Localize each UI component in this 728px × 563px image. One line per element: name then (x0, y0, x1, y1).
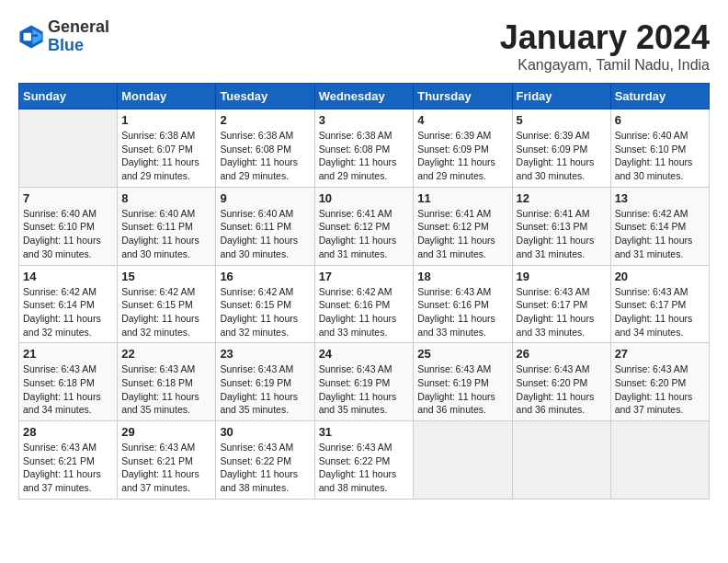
day-number: 4 (417, 113, 507, 127)
day-number: 13 (615, 191, 705, 205)
logo-line1: General (48, 17, 109, 36)
day-number: 8 (121, 191, 211, 205)
cell-content: Sunrise: 6:39 AM Sunset: 6:09 PM Dayligh… (417, 129, 507, 183)
cell-content: Sunrise: 6:43 AM Sunset: 6:20 PM Dayligh… (517, 362, 607, 417)
calendar-cell: 9Sunrise: 6:40 AM Sunset: 6:11 PM Daylig… (216, 187, 314, 265)
day-number: 23 (220, 347, 310, 361)
cell-content: Sunrise: 6:40 AM Sunset: 6:10 PM Dayligh… (615, 129, 705, 183)
calendar-cell: 6Sunrise: 6:40 AM Sunset: 6:10 PM Daylig… (610, 109, 709, 188)
cell-content: Sunrise: 6:43 AM Sunset: 6:16 PM Dayligh… (417, 285, 507, 339)
calendar-cell: 15Sunrise: 6:42 AM Sunset: 6:15 PM Dayli… (118, 265, 216, 343)
calendar-cell: 21Sunrise: 6:43 AM Sunset: 6:18 PM Dayli… (19, 343, 118, 421)
calendar-cell: 10Sunrise: 6:41 AM Sunset: 6:12 PM Dayli… (314, 187, 414, 265)
day-number: 1 (121, 113, 211, 127)
logo-text: General Blue (48, 18, 109, 55)
subtitle: Kangayam, Tamil Nadu, India (500, 57, 710, 74)
day-number: 11 (417, 191, 507, 205)
cell-content: Sunrise: 6:43 AM Sunset: 6:17 PM Dayligh… (615, 285, 705, 339)
calendar-cell: 11Sunrise: 6:41 AM Sunset: 6:12 PM Dayli… (414, 187, 512, 265)
calendar-cell: 30Sunrise: 6:43 AM Sunset: 6:22 PM Dayli… (216, 421, 314, 500)
calendar-table: SundayMondayTuesdayWednesdayThursdayFrid… (18, 83, 710, 500)
calendar-cell (512, 421, 610, 500)
cell-content: Sunrise: 6:40 AM Sunset: 6:11 PM Dayligh… (121, 207, 211, 261)
cell-content: Sunrise: 6:43 AM Sunset: 6:20 PM Dayligh… (615, 362, 705, 417)
header-day: Tuesday (216, 84, 314, 109)
day-number: 22 (121, 347, 211, 361)
header-day: Friday (512, 84, 610, 109)
calendar-cell: 16Sunrise: 6:42 AM Sunset: 6:15 PM Dayli… (216, 265, 314, 343)
cell-content: Sunrise: 6:43 AM Sunset: 6:22 PM Dayligh… (319, 441, 410, 495)
header: General Blue January 2024 Kangayam, Tami… (18, 18, 710, 74)
day-number: 18 (417, 270, 507, 283)
cell-content: Sunrise: 6:40 AM Sunset: 6:11 PM Dayligh… (220, 207, 310, 261)
calendar-cell (610, 421, 709, 500)
calendar-cell (19, 109, 118, 188)
cell-content: Sunrise: 6:43 AM Sunset: 6:22 PM Dayligh… (220, 441, 310, 495)
calendar-cell: 19Sunrise: 6:43 AM Sunset: 6:17 PM Dayli… (512, 265, 610, 343)
day-number: 20 (615, 270, 705, 283)
calendar-cell: 24Sunrise: 6:43 AM Sunset: 6:19 PM Dayli… (314, 343, 414, 421)
cell-content: Sunrise: 6:38 AM Sunset: 6:08 PM Dayligh… (319, 129, 410, 183)
calendar-cell: 22Sunrise: 6:43 AM Sunset: 6:18 PM Dayli… (118, 343, 216, 421)
calendar-cell: 14Sunrise: 6:42 AM Sunset: 6:14 PM Dayli… (19, 265, 118, 343)
calendar-cell: 25Sunrise: 6:43 AM Sunset: 6:19 PM Dayli… (414, 343, 512, 421)
header-day: Monday (118, 84, 216, 109)
calendar-cell: 4Sunrise: 6:39 AM Sunset: 6:09 PM Daylig… (414, 109, 512, 188)
calendar-cell: 23Sunrise: 6:43 AM Sunset: 6:19 PM Dayli… (216, 343, 314, 421)
calendar-cell: 26Sunrise: 6:43 AM Sunset: 6:20 PM Dayli… (512, 343, 610, 421)
day-number: 3 (319, 113, 410, 127)
day-number: 25 (417, 347, 507, 361)
header-day: Saturday (610, 84, 709, 109)
cell-content: Sunrise: 6:41 AM Sunset: 6:13 PM Dayligh… (517, 207, 607, 261)
day-number: 28 (23, 425, 113, 439)
day-number: 7 (23, 191, 113, 205)
day-number: 14 (23, 270, 113, 283)
svg-rect-2 (24, 33, 31, 40)
cell-content: Sunrise: 6:42 AM Sunset: 6:15 PM Dayligh… (220, 285, 310, 339)
calendar-week-row: 21Sunrise: 6:43 AM Sunset: 6:18 PM Dayli… (19, 343, 710, 421)
day-number: 29 (121, 425, 211, 439)
calendar-week-row: 14Sunrise: 6:42 AM Sunset: 6:14 PM Dayli… (19, 265, 710, 343)
calendar-cell: 3Sunrise: 6:38 AM Sunset: 6:08 PM Daylig… (314, 109, 414, 188)
day-number: 27 (615, 347, 705, 361)
cell-content: Sunrise: 6:42 AM Sunset: 6:14 PM Dayligh… (615, 207, 705, 261)
calendar-week-row: 1Sunrise: 6:38 AM Sunset: 6:07 PM Daylig… (19, 109, 710, 188)
day-number: 5 (517, 113, 607, 127)
day-number: 12 (517, 191, 607, 205)
cell-content: Sunrise: 6:41 AM Sunset: 6:12 PM Dayligh… (417, 207, 507, 261)
cell-content: Sunrise: 6:43 AM Sunset: 6:17 PM Dayligh… (517, 285, 607, 339)
cell-content: Sunrise: 6:42 AM Sunset: 6:16 PM Dayligh… (319, 285, 410, 339)
cell-content: Sunrise: 6:41 AM Sunset: 6:12 PM Dayligh… (319, 207, 410, 261)
cell-content: Sunrise: 6:38 AM Sunset: 6:07 PM Dayligh… (121, 129, 211, 183)
calendar-cell: 29Sunrise: 6:43 AM Sunset: 6:21 PM Dayli… (118, 421, 216, 500)
calendar-cell: 2Sunrise: 6:38 AM Sunset: 6:08 PM Daylig… (216, 109, 314, 188)
cell-content: Sunrise: 6:43 AM Sunset: 6:19 PM Dayligh… (319, 362, 410, 417)
calendar-cell: 20Sunrise: 6:43 AM Sunset: 6:17 PM Dayli… (610, 265, 709, 343)
calendar-cell: 27Sunrise: 6:43 AM Sunset: 6:20 PM Dayli… (610, 343, 709, 421)
header-day: Wednesday (314, 84, 414, 109)
calendar-week-row: 7Sunrise: 6:40 AM Sunset: 6:10 PM Daylig… (19, 187, 710, 265)
calendar-cell: 5Sunrise: 6:39 AM Sunset: 6:09 PM Daylig… (512, 109, 610, 188)
cell-content: Sunrise: 6:43 AM Sunset: 6:18 PM Dayligh… (121, 362, 211, 417)
cell-content: Sunrise: 6:38 AM Sunset: 6:08 PM Dayligh… (220, 129, 310, 183)
logo-line2: Blue (48, 36, 84, 54)
cell-content: Sunrise: 6:43 AM Sunset: 6:21 PM Dayligh… (121, 441, 211, 495)
logo: General Blue (18, 18, 109, 55)
calendar-cell: 28Sunrise: 6:43 AM Sunset: 6:21 PM Dayli… (19, 421, 118, 500)
day-number: 6 (615, 113, 705, 127)
cell-content: Sunrise: 6:43 AM Sunset: 6:19 PM Dayligh… (220, 362, 310, 417)
day-number: 9 (220, 191, 310, 205)
calendar-week-row: 28Sunrise: 6:43 AM Sunset: 6:21 PM Dayli… (19, 421, 710, 500)
day-number: 31 (319, 425, 410, 439)
cell-content: Sunrise: 6:43 AM Sunset: 6:19 PM Dayligh… (417, 362, 507, 417)
day-number: 24 (319, 347, 410, 361)
calendar-cell (414, 421, 512, 500)
calendar-cell: 18Sunrise: 6:43 AM Sunset: 6:16 PM Dayli… (414, 265, 512, 343)
day-number: 2 (220, 113, 310, 127)
days-header-row: SundayMondayTuesdayWednesdayThursdayFrid… (19, 84, 710, 109)
calendar-cell: 17Sunrise: 6:42 AM Sunset: 6:16 PM Dayli… (314, 265, 414, 343)
day-number: 21 (23, 347, 113, 361)
day-number: 16 (220, 270, 310, 283)
day-number: 10 (319, 191, 410, 205)
cell-content: Sunrise: 6:42 AM Sunset: 6:14 PM Dayligh… (23, 285, 113, 339)
